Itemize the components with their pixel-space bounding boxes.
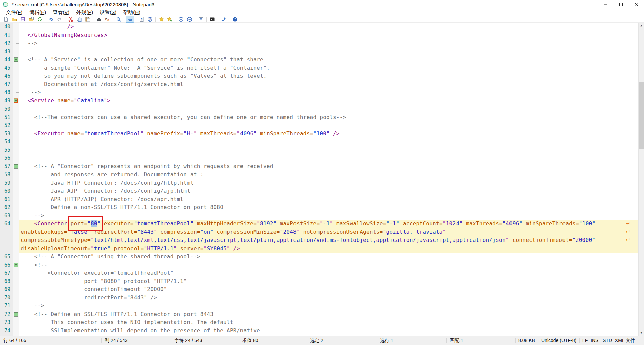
menu-V[interactable]: 查看(V) [49,9,73,16]
code-text[interactable]: Java AJP Connector: /docs/config/ajp.htm… [19,187,638,195]
maximize-button[interactable] [613,0,629,9]
scroll-down-arrow[interactable]: ▼ [639,330,644,336]
line-number[interactable]: 62 [0,203,13,212]
redo-button[interactable] [55,16,63,23]
status-match-count[interactable]: 匹配 1 [450,336,463,345]
code-text[interactable]: <!--The connectors can use a shared exec… [19,113,638,122]
line-number[interactable]: 50 [0,105,13,113]
editor-area[interactable]: 40 />41 </GlobalNamingResources>42 -->43… [0,23,644,336]
status-encoding[interactable]: Unicode (UTF-8) [541,336,576,345]
fold-minus-box[interactable] [14,58,18,62]
status-eol-mode[interactable]: LF [582,336,588,345]
code-text[interactable]: <!-- A "Service" is a collection of one … [19,56,638,64]
show-symbols-button[interactable]: ¶ [137,16,146,23]
status-selection-lines[interactable]: 选行 1 [380,336,393,345]
line-number[interactable]: 67 [0,269,13,277]
code-text[interactable]: This connector uses the NIO implementati… [19,318,638,327]
line-number[interactable]: 57 [0,162,13,171]
fold-minus-box[interactable] [14,98,18,103]
line-number[interactable]: 71 [0,302,13,310]
code-text[interactable] [19,146,638,154]
code-text[interactable]: /> [19,23,638,31]
new-file-button[interactable] [2,16,10,23]
line-number[interactable]: 44 [0,56,13,64]
replace-button[interactable]: ba [103,16,111,23]
line-number[interactable]: 74 [0,327,13,335]
fold-toggle[interactable] [13,97,19,105]
status-column-position[interactable]: 列 24 / 543 [105,336,128,345]
line-number[interactable]: 52 [0,121,13,130]
code-text[interactable]: <Connector executor="tomcatThreadPool" [19,269,638,277]
line-number[interactable]: 55 [0,146,13,154]
fold-minus-box[interactable] [14,263,18,267]
find-button[interactable] [95,16,103,23]
line-number[interactable] [0,245,13,253]
code-text[interactable]: enableLookups="false" redirectPort="8443… [19,228,638,236]
line-number[interactable]: 54 [0,138,13,146]
line-number[interactable]: 56 [0,154,13,162]
fold-toggle[interactable] [13,162,19,171]
code-text[interactable]: --> [19,88,638,97]
code-text[interactable]: redirectPort="8443" /> [19,294,638,302]
open-file-button[interactable] [10,16,18,23]
code-text[interactable]: Java HTTP Connector: /docs/config/http.h… [19,179,638,187]
line-number[interactable]: 49 [0,97,13,105]
find-in-files-button[interactable] [114,16,123,23]
code-text[interactable]: <Executor name="tomcatThreadPool" namePr… [19,130,638,138]
line-number[interactable]: 45 [0,64,13,72]
word-wrap-button[interactable] [126,16,134,23]
code-text[interactable]: and responses are returned. Documentatio… [19,170,638,179]
code-text[interactable]: port="8080" protocol="HTTP/1.1" [19,277,638,286]
code-text[interactable]: connectionTimeout="20000" [19,285,638,294]
code-text[interactable]: <!-- A "Connector" using the shared thre… [19,253,638,261]
save-copy-button[interactable] [27,16,35,23]
status-file-size[interactable]: 8.08 KB [518,336,535,345]
line-number[interactable] [0,228,13,236]
code-text[interactable] [19,48,638,56]
help-button[interactable]: ? [231,16,239,23]
menu-F[interactable]: 文件(F) [3,9,26,16]
line-number[interactable]: 59 [0,179,13,187]
line-number[interactable]: 66 [0,261,13,269]
code-text[interactable]: APR (HTTP/AJP) Connector: /docs/apr.html [19,195,638,204]
status-line-position[interactable]: 行 64 / 166 [3,336,26,345]
code-text[interactable]: --> [19,39,638,48]
menu-H[interactable]: 帮助(H) [120,9,144,16]
undo-button[interactable] [47,16,55,23]
status-eval-value[interactable]: 求值 80 [242,336,258,345]
paste-button[interactable] [83,16,92,23]
encoding-button[interactable]: @ [146,16,154,23]
close-button[interactable] [629,0,644,9]
line-number[interactable]: 41 [0,31,13,40]
add-favorite-button[interactable] [165,16,174,23]
line-number[interactable]: 48 [0,88,13,97]
code-text[interactable]: </GlobalNamingResources> [19,31,638,40]
line-number[interactable]: 43 [0,48,13,56]
line-number[interactable]: 69 [0,285,13,294]
line-number[interactable]: 70 [0,294,13,302]
save-file-button[interactable] [18,16,27,23]
code-text[interactable]: so you may not define subcomponents such… [19,72,638,80]
code-text[interactable]: <Service name="Catalina"> [19,97,638,105]
document-list-button[interactable] [197,16,205,23]
scrollbar-thumb[interactable] [639,82,644,149]
line-number[interactable]: 64 [0,220,13,228]
copy-button[interactable] [75,16,83,23]
code-text[interactable] [19,121,638,130]
code-text[interactable]: <!-- [19,261,638,269]
line-number[interactable]: 53 [0,130,13,138]
line-number[interactable]: 68 [0,277,13,286]
code-text[interactable]: <!-- A "Connector" represents an endpoin… [19,162,638,171]
fold-toggle[interactable] [13,56,19,64]
line-number[interactable] [0,236,13,245]
fold-minus-box[interactable] [14,312,18,316]
code-text[interactable]: <Connector port="80" executor="tomcatThr… [19,220,638,228]
fold-toggle[interactable] [13,310,19,319]
fold-minus-box[interactable] [14,164,18,168]
line-number[interactable]: 72 [0,310,13,319]
code-text[interactable] [19,105,638,113]
status-std-mode[interactable]: STD [603,336,612,345]
menu-E[interactable]: 编辑(E) [26,9,49,16]
pin-window-button[interactable] [219,16,228,23]
status-file-type[interactable]: XML 文件 [615,336,635,345]
